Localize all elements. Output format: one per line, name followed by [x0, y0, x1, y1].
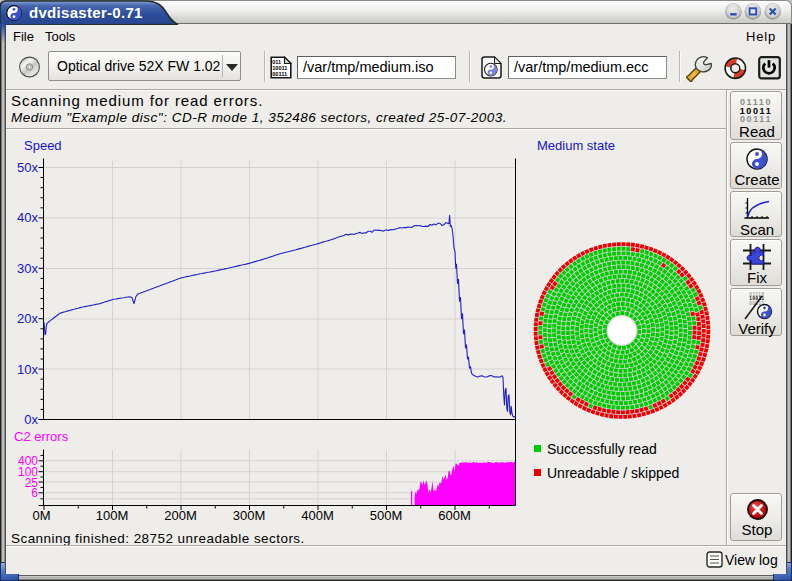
svg-text:00111: 00111	[272, 71, 287, 77]
